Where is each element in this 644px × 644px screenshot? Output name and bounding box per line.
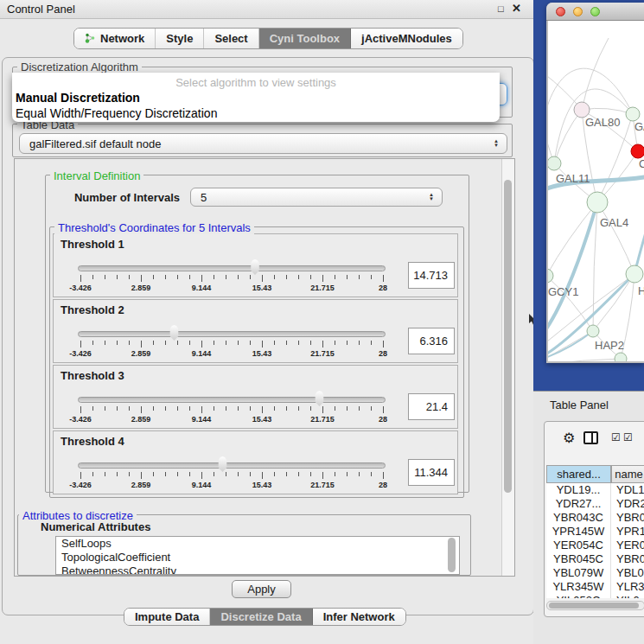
network-node-h[interactable] xyxy=(626,265,643,283)
network-node-c[interactable] xyxy=(631,144,644,158)
tab-label: Cyni Toolbox xyxy=(270,32,340,45)
table-row[interactable]: YBL079WYBL0 xyxy=(546,566,644,580)
num-intervals-value: 5 xyxy=(201,191,207,204)
control-panel-tabbar: NetworkStyleSelectCyni ToolboxjActiveMNo… xyxy=(73,28,463,49)
cell-shared-name: YPR145W xyxy=(546,525,611,539)
table-data-value: galFiltered.sif default node xyxy=(29,137,161,150)
attribute-item-topologicalcoefficient[interactable]: TopologicalCoefficient xyxy=(56,551,459,564)
table-body: YDL19...YDL1YDR27...YDR2YBR043CYBR0YPR14… xyxy=(546,483,644,598)
threshold-value-field[interactable]: 6.316 xyxy=(408,328,455,354)
tab-label: Network xyxy=(100,32,144,45)
num-intervals-combobox[interactable]: 5 ▲▼ xyxy=(190,188,443,207)
app-root: Control Panel □ ✕ NetworkStyleSelectCyni… xyxy=(0,0,644,644)
cell-name: YDL1 xyxy=(611,483,644,497)
network-node-label: HAP2 xyxy=(595,339,624,352)
network-node-gal4[interactable] xyxy=(587,192,608,213)
minimize-traffic-light-icon[interactable] xyxy=(573,7,583,16)
table-row[interactable]: YER054CYER0 xyxy=(546,539,644,552)
network-node-label: GAL4 xyxy=(600,216,628,229)
table-data-combobox[interactable]: galFiltered.sif default node ▲▼ xyxy=(19,133,507,154)
tab-network[interactable]: Network xyxy=(74,29,156,48)
table-row[interactable]: YIL052CYIL0 xyxy=(546,594,644,598)
table-row[interactable]: YBR043CYBR0 xyxy=(546,511,644,525)
threshold-value-field[interactable]: 14.713 xyxy=(408,262,455,289)
network-node-gcy1[interactable] xyxy=(548,269,553,283)
combo-arrows-icon: ▲▼ xyxy=(429,193,434,201)
threshold-panel-3: Threshold 3-3.4262.8599.14415.4321.71528… xyxy=(53,365,458,429)
threshold-value-field[interactable]: 11.344 xyxy=(408,459,455,486)
apply-button[interactable]: Apply xyxy=(232,580,291,598)
tab-cyni-toolbox[interactable]: Cyni Toolbox xyxy=(259,29,351,48)
network-node-hap2[interactable] xyxy=(587,325,599,337)
interval-group-title: Interval Definition xyxy=(50,169,143,182)
tab-jactivemnodules[interactable]: jActiveMNodules xyxy=(351,29,462,48)
close-icon[interactable]: ✕ xyxy=(512,2,521,16)
tab-impute-data[interactable]: Impute Data xyxy=(124,609,210,625)
threshold-panel-4: Threshold 4-3.4262.8599.14415.4321.71528… xyxy=(53,430,458,494)
threshold-value-field[interactable]: 21.4 xyxy=(408,393,455,420)
dropdown-item-manual-discretization[interactable]: Manual Discretization xyxy=(16,91,496,105)
cell-name: YLR3 xyxy=(611,580,644,594)
column-layout-icon[interactable] xyxy=(583,431,598,444)
checkbox-icon[interactable]: ☑ xyxy=(611,431,621,443)
table-row[interactable]: YBR045CYBR0 xyxy=(546,552,644,566)
tab-discretize-data[interactable]: Discretize Data xyxy=(210,609,312,625)
slider-track[interactable] xyxy=(78,265,386,271)
thresholds-group-title: Threshold's Coordinates for 5 Intervals xyxy=(54,221,254,234)
network-node-ga[interactable] xyxy=(626,107,640,121)
cell-name: YER0 xyxy=(611,539,644,552)
table-row[interactable]: YLR345WYLR3 xyxy=(546,580,644,594)
cell-shared-name: YBR043C xyxy=(546,511,611,525)
network-node-label: GCY1 xyxy=(548,285,578,298)
tab-label: Select xyxy=(214,32,247,45)
cell-name: YPR1 xyxy=(611,525,644,539)
slider-tick-labels: -3.4262.8599.14415.4321.71528 xyxy=(80,481,384,491)
network-node-label: GAL11 xyxy=(556,172,590,185)
zoom-traffic-light-icon[interactable] xyxy=(590,7,600,16)
table-header-row: shared...name xyxy=(546,465,644,483)
slider-ticks xyxy=(80,472,384,480)
table-hscrollbar-thumb[interactable] xyxy=(549,603,639,609)
numerical-attributes-list[interactable]: SelfLoopsTopologicalCoefficientBetweenne… xyxy=(55,536,460,575)
table-row[interactable]: YDL19...YDL1 xyxy=(546,483,644,497)
network-window-titlebar[interactable] xyxy=(546,3,644,21)
slider-tick-labels: -3.4262.8599.14415.4321.71528 xyxy=(80,349,384,360)
gear-icon[interactable]: ⚙ xyxy=(563,430,575,446)
network-node[interactable] xyxy=(615,353,627,361)
cell-shared-name: YIL052C xyxy=(546,594,611,598)
slider-track[interactable] xyxy=(78,397,386,403)
table-row[interactable]: YPR145WYPR1 xyxy=(546,525,644,539)
cell-name: YIL0 xyxy=(611,594,640,598)
table-panel-title: Table Panel xyxy=(550,399,609,411)
tab-infer-network[interactable]: Infer Network xyxy=(313,609,405,625)
network-canvas[interactable]: GAL80GACGAL11GAL4GCY1HHAP2 xyxy=(548,21,644,361)
tab-select[interactable]: Select xyxy=(204,29,258,48)
slider-track[interactable] xyxy=(78,462,386,469)
tab-style[interactable]: Style xyxy=(156,29,204,48)
num-intervals-label: Number of Intervals xyxy=(52,191,180,204)
attribute-item-selfloops[interactable]: SelfLoops xyxy=(56,537,459,551)
table-column-header-shared-[interactable]: shared... xyxy=(546,465,611,483)
numerical-attributes-label: Numerical Attributes xyxy=(41,520,150,533)
network-node-gal11[interactable] xyxy=(548,156,561,170)
float-icon[interactable]: □ xyxy=(498,2,504,16)
cell-shared-name: YBR045C xyxy=(546,552,611,566)
network-icon xyxy=(85,33,96,44)
tab-label: jActiveMNodules xyxy=(361,32,452,45)
checkbox-icon[interactable]: ☑ xyxy=(623,431,633,443)
attributes-list-scrollbar-thumb[interactable] xyxy=(448,538,456,572)
bottom-tabbar: Impute DataDiscretize DataInfer Network xyxy=(124,608,406,626)
table-row[interactable]: YDR27...YDR2 xyxy=(546,497,644,511)
slider-track[interactable] xyxy=(78,331,386,337)
attribute-item-betweennesscentrality[interactable]: BetweennessCentrality xyxy=(56,564,459,575)
table-hscrollbar-track[interactable] xyxy=(546,601,644,610)
viewport-scrollbar-thumb[interactable] xyxy=(504,180,512,493)
close-traffic-light-icon[interactable] xyxy=(556,7,565,16)
table-column-header-name[interactable]: name xyxy=(611,465,644,483)
table-panel-card: ⚙ ☑ ☑ shared...name YDL19...YDL1YDR27...… xyxy=(544,421,644,617)
network-graph: GAL80GACGAL11GAL4GCY1HHAP2 xyxy=(548,21,644,361)
dropdown-hint: Select algorithm to view settings xyxy=(12,76,500,89)
dropdown-item-equal-width-frequency-discretization[interactable]: Equal Width/Frequency Discretization xyxy=(16,106,496,121)
slider-ticks xyxy=(80,406,384,414)
network-node-label: C xyxy=(639,157,644,170)
